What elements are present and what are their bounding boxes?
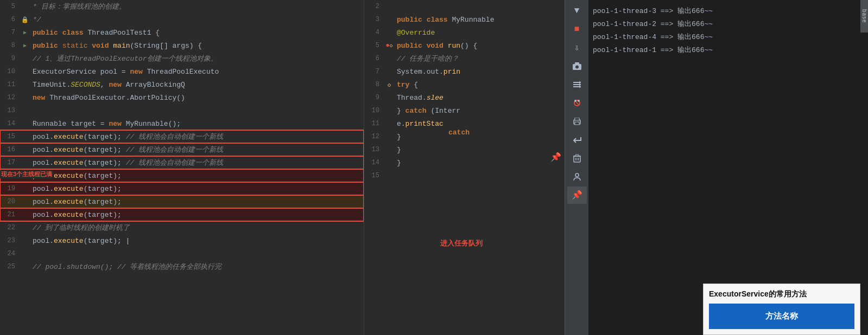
info-box: ExecutorService的常用方法 方法名称 [703,284,860,335]
svg-point-1 [575,66,579,69]
mid-line-3: 3 public class MyRunnable [364,13,565,26]
code-line-18: 18 pool.execute(target); [0,169,364,182]
code-line-23: 23 pool.execute(target); | [0,234,364,247]
mid-line-2: 2 [364,0,565,13]
output-line-1: pool-1-thread-3 ==> 输出666~~ [593,4,864,17]
camera-button[interactable] [567,57,587,75]
stop-button[interactable]: ■ [567,21,587,38]
mid-line-5: 5 ●◇ public void run() { [364,39,565,52]
output-line-3: pool-1-thread-4 ==> 输出666~~ [593,30,864,43]
print-button[interactable] [567,113,587,130]
left-code-area: 5 * 目标：掌握线程池的创建。 6 🔒 */ 7 ▶ public class… [0,0,364,335]
mid-line-10: 10 } catch (Interr [364,104,565,117]
pin-toolbar-button[interactable]: 📌 [567,186,587,204]
down-arrow-button[interactable]: ▼ [567,2,587,20]
mid-line-7: 7 System.out.prin [364,65,565,78]
mid-line-6: 6 // 任务是干啥的？ [364,52,565,65]
vertical-tab[interactable]: base [860,0,868,33]
toolbar-panel: ▼ ■ ⇩ [565,0,588,335]
mid-line-14: 14 } [364,156,565,169]
debug-button[interactable] [567,94,587,112]
right-output-panel: pool-1-thread-3 ==> 输出666~~ pool-1-threa… [588,0,868,335]
output-line-4: pool-1-thread-1 ==> 输出666~~ [593,43,864,56]
code-line-9: 9 // 1、通过ThreadPoolExecutor创建一个线程池对象。 [0,52,364,65]
svg-rect-12 [575,118,579,120]
code-line-20: 20 pool.execute(target); [0,195,364,208]
lines-button[interactable] [567,76,587,93]
output-line-2: pool-1-thread-2 ==> 输出666~~ [593,17,864,30]
code-line-14: 14 Runnable target = new MyRunnable(); [0,117,364,130]
code-line-24: 24 [0,247,364,260]
mid-line-9: 9 Thread.slee [364,91,565,104]
code-line-10: 10 ExecutorService pool = new ThreadPool… [0,65,364,78]
code-line-12: 12 new ThreadPoolExecutor.AbortPolicy() [0,91,364,104]
info-box-title: ExecutorService的常用方法 [709,289,854,299]
user-button[interactable] [567,168,587,185]
code-line-16: 16 pool.execute(target); // 线程池会自动创建一个新线 [0,143,364,156]
mid-code-area: 2 3 public class MyRunnable 4 @Override … [364,0,565,335]
left-annotation-text: 现在3个主线程已满 [0,170,53,178]
code-line-22: 22 // 到了临时线程的创建时机了 [0,221,364,234]
code-line-17: 17 pool.execute(target); // 线程池会自动创建一个新线 [0,156,364,169]
code-line-15: 15 pool.execute(target); // 线程池会自动创建一个新线 [0,130,364,143]
svg-rect-13 [575,122,579,125]
code-line-8: 8 ▶ public static void main(String[] arg… [0,39,364,52]
code-line-11: 11 TimeUnit.SECONDS, new ArrayBlockingQ [0,78,364,91]
mid-line-13: 13 } [364,143,565,156]
mid-line-8: 8 ◇ try { [364,78,565,91]
svg-point-19 [575,173,579,177]
queue-annotation-text: 进入任务队列 [440,239,483,248]
mid-line-11: 11 e.printStac [364,117,565,130]
code-line-19: 19 pool.execute(target); [0,182,364,195]
svg-rect-2 [575,62,579,64]
scroll-button[interactable]: ⇩ [567,39,587,56]
code-line-25: 25 // pool.shutdown(); // 等着线程池的任务全部执行完 [0,260,364,273]
trash-button[interactable] [567,150,587,167]
left-code-panel: 5 * 目标：掌握线程池的创建。 6 🔒 */ 7 ▶ public class… [0,0,364,335]
svg-point-10 [578,100,580,102]
code-line-5: 5 * 目标：掌握线程池的创建。 [0,0,364,13]
svg-point-9 [574,100,576,102]
mid-code-panel: 2 3 public class MyRunnable 4 @Override … [364,0,565,335]
code-line-7: 7 ▶ public class ThreadPoolTest1 { [0,26,364,39]
mid-line-4: 4 @Override [364,26,565,39]
mid-line-12: 12 } [364,130,565,143]
pin-icon[interactable]: 📌 [550,152,561,163]
enter-button[interactable] [567,131,587,149]
mid-line-15: 15 [364,169,565,182]
info-box-header: 方法名称 [709,304,854,329]
code-line-6: 6 🔒 */ [0,13,364,26]
svg-rect-14 [574,156,580,162]
code-line-13: 13 [0,104,364,117]
main-container: 5 * 目标：掌握线程池的创建。 6 🔒 */ 7 ▶ public class… [0,0,868,335]
code-line-21: 21 pool.execute(target); [0,208,364,221]
svg-rect-16 [575,154,579,156]
